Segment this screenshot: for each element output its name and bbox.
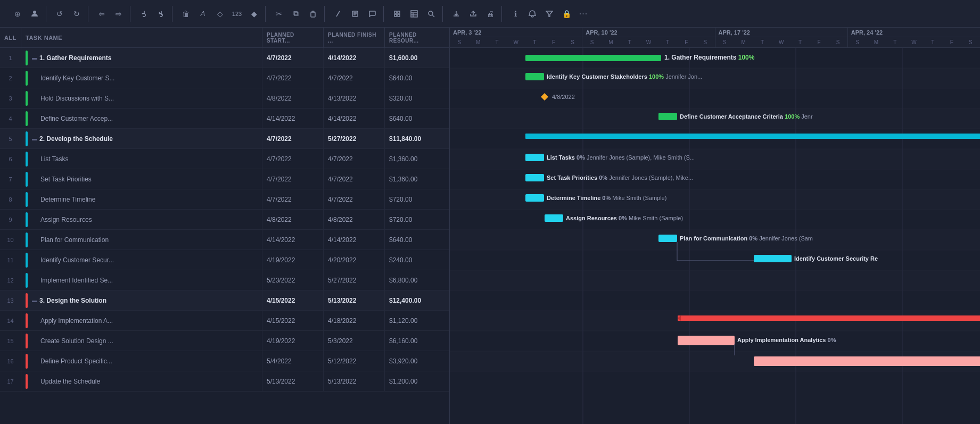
undo-button[interactable]: ↺ (52, 6, 68, 22)
export-button[interactable] (448, 6, 464, 22)
link-button[interactable] (136, 6, 152, 22)
table-row[interactable]: 13 ▬ 3. Design the Solution 4/15/2022 5/… (0, 290, 449, 311)
table-row[interactable]: 11 Identify Customer Secur... 4/19/2022 … (0, 250, 449, 270)
table-row[interactable]: 5 ▬ 2. Develop the Schedule 4/7/2022 5/2… (0, 129, 449, 149)
collapse-icon[interactable]: ▬ (32, 297, 37, 303)
table-row[interactable]: 16 Define Product Specific... 5/4/2022 5… (0, 351, 449, 371)
select-all-col[interactable]: ALL (0, 28, 21, 47)
gantt-bar-label-list-tasks: List Tasks 0% Jennifer Jones (Sample), M… (547, 154, 695, 161)
comment-button[interactable] (364, 6, 380, 22)
gantt-bar-develop-schedule[interactable] (525, 134, 980, 139)
planned-start: 4/8/2022 (262, 210, 324, 229)
task-table-body: 1 ▬ 1. Gather Requirements 4/7/2022 4/14… (0, 48, 449, 424)
table-row[interactable]: 12 Implement Identified Se... 5/23/2022 … (0, 270, 449, 290)
text-format-button[interactable]: A (195, 6, 211, 22)
row-number: 16 (0, 351, 21, 371)
planned-resource: $12,400.00 (385, 290, 449, 310)
svg-rect-9 (394, 14, 397, 16)
gantt-bar-set-priorities[interactable] (525, 174, 544, 181)
week-col-apr17: APR, 17 '22 S M T W T F S (715, 28, 848, 47)
table-row[interactable]: 1 ▬ 1. Gather Requirements 4/7/2022 4/14… (0, 48, 449, 68)
gantt-bar-label-resources: Assign Resources 0% Mike Smith (Sample) (566, 215, 683, 221)
delete-button[interactable]: 🗑 (178, 6, 194, 22)
gantt-bar-label-security: Identify Customer Security Re (794, 255, 878, 262)
week-col-apr24: APR, 24 '22 S M T W T F S (848, 28, 980, 47)
gantt-bar-identify-security[interactable] (754, 255, 792, 262)
gantt-bar-gather-requirements[interactable] (525, 55, 661, 61)
notifications-button[interactable] (524, 6, 540, 22)
table-row[interactable]: 15 Create Solution Design ... 4/19/2022 … (0, 331, 449, 351)
table-view-button[interactable] (406, 6, 422, 22)
toolbar-group-view (386, 6, 443, 22)
print-button[interactable]: 🖨 (482, 6, 498, 22)
zoom-button[interactable] (423, 6, 439, 22)
resource-col-header: PLANNED RESOUR... (385, 28, 449, 47)
table-row[interactable]: 14 Apply Implementation A... 4/15/2022 4… (0, 311, 449, 331)
collapse-icon[interactable]: ▬ (32, 55, 37, 61)
tag-button[interactable]: ◇ (212, 6, 228, 22)
table-row[interactable]: 8 Determine Timeline 4/7/2022 4/7/2022 $… (0, 189, 449, 210)
diamond-button[interactable]: ◆ (246, 6, 262, 22)
color-indicator (26, 111, 28, 126)
planned-resource: $640.00 (385, 230, 449, 250)
table-row[interactable]: 7 Set Task Priorities 4/7/2022 4/7/2022 … (0, 169, 449, 189)
planned-finish: 4/14/2022 (324, 48, 385, 68)
lock-button[interactable]: 🔒 (558, 6, 574, 22)
table-row[interactable]: 9 Assign Resources 4/8/2022 4/8/2022 $72… (0, 210, 449, 230)
gantt-bar-plan-communication[interactable] (658, 235, 677, 242)
gantt-bar-identify-stakeholders[interactable] (525, 73, 544, 80)
task-name: Define Customer Accep... (32, 115, 113, 122)
note-button[interactable] (347, 6, 363, 22)
collapse-icon[interactable]: ▬ (32, 136, 37, 142)
planned-start: 4/19/2022 (262, 331, 324, 351)
planned-start: 4/7/2022 (262, 149, 324, 169)
table-row[interactable]: 10 Plan for Communication 4/14/2022 4/14… (0, 230, 449, 250)
more-button[interactable]: ··· (575, 6, 591, 22)
table-row[interactable]: 2 Identify Key Customer S... 4/7/2022 4/… (0, 68, 449, 88)
gantt-bar-assign-resources[interactable] (545, 214, 563, 222)
table-row[interactable]: 17 Update the Schedule 5/13/2022 5/13/20… (0, 371, 449, 392)
row-name-cell: Update the Schedule (21, 371, 262, 391)
task-name: Set Task Priorities (32, 176, 92, 183)
table-row[interactable]: 4 Define Customer Accep... 4/14/2022 4/1… (0, 109, 449, 129)
gantt-bar-apply-analytics[interactable] (678, 336, 735, 345)
copy-button[interactable]: ⧉ (288, 6, 304, 22)
cut-button[interactable]: ✂ (271, 6, 287, 22)
filter-button[interactable] (541, 6, 557, 22)
toolbar-group-extra: ℹ 🔒 ··· (504, 6, 595, 22)
unlink-button[interactable] (153, 6, 169, 22)
svg-rect-7 (394, 11, 397, 13)
planned-start: 5/4/2022 (262, 351, 324, 371)
gantt-bar-create-solution[interactable] (754, 356, 980, 366)
planned-resource: $11,840.00 (385, 129, 449, 148)
grid-view-button[interactable] (389, 6, 405, 22)
user-button[interactable] (27, 6, 43, 22)
planned-start: 4/7/2022 (262, 189, 324, 209)
task-name: Hold Discussions with S... (32, 95, 114, 102)
start-col-header: PLANNED START... (262, 28, 324, 47)
paste-button[interactable] (305, 6, 321, 22)
slash-button[interactable] (330, 6, 346, 22)
task-name: List Tasks (32, 155, 68, 163)
redo-button[interactable]: ↻ (69, 6, 85, 22)
task-name-col-header: TASK NAME (21, 28, 262, 47)
gantt-bar-design-solution[interactable] (678, 315, 980, 321)
table-row[interactable]: 6 List Tasks 4/7/2022 4/7/2022 $1,360.00 (0, 149, 449, 169)
task-name: Create Solution Design ... (32, 337, 113, 345)
planned-start: 4/7/2022 (262, 68, 324, 88)
gantt-bar-list-tasks[interactable] (525, 154, 544, 161)
share-button[interactable] (465, 6, 481, 22)
add-button[interactable]: ⊕ (10, 6, 26, 22)
gantt-bar-define-criteria[interactable] (658, 113, 677, 120)
task-name: 3. Design the Solution (39, 297, 106, 304)
task-name: Define Product Specific... (32, 358, 112, 365)
indent-right-button[interactable]: ⇨ (111, 6, 127, 22)
svg-rect-30 (450, 250, 980, 270)
info-button[interactable]: ℹ (507, 6, 523, 22)
task-name: Identify Key Customer S... (32, 74, 114, 82)
indent-left-button[interactable]: ⇦ (94, 6, 110, 22)
row-number: 7 (0, 169, 21, 189)
gantt-bar-determine-timeline[interactable] (525, 194, 544, 202)
123-button[interactable]: 123 (229, 6, 245, 22)
table-row[interactable]: 3 Hold Discussions with S... 4/8/2022 4/… (0, 88, 449, 109)
